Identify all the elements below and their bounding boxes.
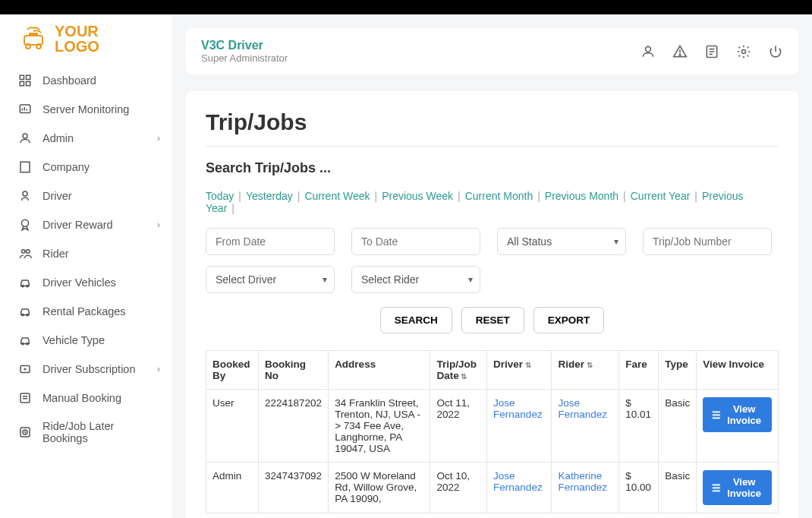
cell-actions: ☰ View Invoice (697, 463, 779, 513)
th-rider[interactable]: Rider (552, 351, 619, 390)
quick-link-previous-week[interactable]: Previous Week (382, 190, 453, 202)
sidebar-item-driver-vehicles[interactable]: Driver Vehicles (0, 268, 172, 297)
user-icon[interactable] (640, 44, 656, 59)
cell-actions: ☰ View Invoice (697, 390, 779, 463)
alert-icon[interactable] (672, 44, 688, 59)
sidebar-item-company[interactable]: Company (0, 153, 172, 182)
monitor-icon (18, 103, 32, 116)
sidebar-item-label: Vehicle Type (42, 334, 105, 346)
topbar-subtitle: Super Administrator (201, 52, 288, 64)
th-driver[interactable]: Driver (487, 351, 552, 390)
cell-booking-no: 3247437092 (258, 463, 328, 513)
sidebar-item-manual-booking[interactable]: Manual Booking (0, 384, 172, 412)
sidebar-item-rental-packages[interactable]: Rental Packages (0, 297, 172, 326)
driver-icon (18, 189, 32, 203)
filters-row-1: All Status (206, 228, 779, 255)
svg-point-21 (27, 250, 30, 254)
svg-point-12 (23, 134, 27, 138)
power-icon[interactable] (768, 44, 783, 59)
cell-booked-by: User (206, 390, 259, 463)
cell-fare: $ 10.00 (619, 463, 659, 513)
quick-link-current-year[interactable]: Current Year (631, 190, 691, 202)
svg-rect-0 (24, 36, 42, 45)
sidebar-item-dashboard[interactable]: Dashboard (0, 66, 172, 95)
driver-link[interactable]: Jose Fernandez (493, 470, 543, 493)
quick-link-previous-month[interactable]: Previous Month (545, 190, 618, 202)
quick-link-yesterday[interactable]: Yesterday (246, 190, 293, 202)
list-icon: ☰ (712, 409, 721, 421)
settings-icon[interactable] (736, 44, 751, 59)
reward-icon (18, 218, 32, 232)
view-invoice-button[interactable]: ☰ View Invoice (703, 397, 772, 432)
rider-link[interactable]: Katherine Fernandez (558, 470, 607, 493)
dashboard-icon (18, 74, 32, 87)
sidebar-item-label: Driver (42, 190, 72, 202)
cell-address: 34 Franklin Street, Trenton, NJ, USA -> … (329, 390, 430, 463)
admin-icon (18, 131, 32, 145)
sidebar-item-label: Manual Booking (42, 392, 121, 404)
from-date-input[interactable] (206, 228, 335, 255)
svg-rect-1 (29, 33, 38, 36)
search-button[interactable]: SEARCH (380, 307, 452, 333)
sidebar-item-admin[interactable]: Admin› (0, 124, 172, 153)
list-icon: ☰ (712, 482, 721, 494)
car-icon (18, 305, 32, 318)
th-booked-by[interactable]: Booked By (206, 351, 259, 390)
cell-driver: Jose Fernandez (487, 463, 552, 513)
rider-select[interactable]: Select Rider (351, 266, 480, 293)
sidebar-item-label: Driver Vehicles (42, 276, 116, 289)
sidebar-item-server-monitoring[interactable]: Server Monitoring (0, 95, 172, 124)
to-date-input[interactable] (351, 228, 480, 255)
status-select[interactable]: All Status (497, 228, 626, 255)
subscription-icon (18, 362, 32, 376)
quick-link-current-month[interactable]: Current Month (465, 190, 533, 202)
sidebar: YOUR LOGO DashboardServer MonitoringAdmi… (0, 14, 172, 518)
sidebar-item-driver-reward[interactable]: Driver Reward› (0, 210, 172, 239)
topbar-actions (640, 44, 783, 59)
sidebar-item-driver[interactable]: Driver (0, 182, 172, 210)
quick-link-current-week[interactable]: Current Week (304, 190, 370, 202)
cell-fare: $ 10.01 (619, 390, 659, 463)
brand-line1: YOUR (55, 24, 99, 39)
chevron-right-icon: › (157, 220, 160, 230)
main-content: V3C Driver Super Administrator Trip/Jobs… (172, 14, 812, 518)
later-icon (18, 425, 32, 439)
trips-table: Booked By Booking No Address Trip/Job Da… (206, 350, 779, 513)
reset-button[interactable]: RESET (461, 307, 524, 333)
view-invoice-button[interactable]: ☰ View Invoice (703, 470, 772, 505)
note-icon[interactable] (704, 44, 719, 59)
sidebar-item-ride-job-later-bookings[interactable]: Ride/Job Later Bookings (0, 412, 172, 452)
th-type[interactable]: Type (659, 351, 697, 390)
th-address[interactable]: Address (329, 351, 430, 390)
car-icon (18, 333, 32, 347)
svg-point-36 (679, 54, 681, 55)
filters-row-2: Select Driver Select Rider (206, 266, 779, 293)
brand-line2: LOGO (55, 39, 99, 54)
sidebar-item-driver-subscription[interactable]: Driver Subscription› (0, 355, 172, 384)
separator: | (238, 190, 241, 202)
trip-number-input[interactable] (643, 228, 772, 255)
th-booking-no[interactable]: Booking No (258, 351, 328, 390)
driver-link[interactable]: Jose Fernandez (493, 397, 543, 420)
sidebar-item-rider[interactable]: Rider (0, 239, 172, 268)
nav-list: DashboardServer MonitoringAdmin›CompanyD… (0, 66, 172, 452)
th-view-invoice[interactable]: View Invoice (697, 351, 779, 390)
th-fare[interactable]: Fare (619, 351, 659, 390)
svg-point-19 (22, 220, 29, 226)
rider-link[interactable]: Jose Fernandez (558, 397, 607, 420)
company-icon (18, 160, 32, 174)
export-button[interactable]: EXPORT (533, 307, 605, 333)
sidebar-item-label: Dashboard (42, 74, 96, 87)
separator: | (623, 190, 626, 202)
sidebar-item-vehicle-type[interactable]: Vehicle Type (0, 326, 172, 355)
cell-booked-by: Admin (206, 463, 259, 513)
brand-logo[interactable]: YOUR LOGO (0, 24, 172, 66)
quick-link-today[interactable]: Today (206, 190, 234, 202)
quick-date-links: Today|Yesterday|Current Week|Previous We… (206, 190, 779, 214)
cell-address: 2500 W Moreland Rd, Willow Grove, PA 190… (329, 463, 430, 513)
th-trip-date[interactable]: Trip/Job Date (430, 351, 487, 390)
driver-select[interactable]: Select Driver (206, 266, 335, 293)
divider (206, 146, 779, 147)
svg-point-34 (646, 46, 651, 52)
table-row: Admin32474370922500 W Moreland Rd, Willo… (206, 463, 779, 513)
